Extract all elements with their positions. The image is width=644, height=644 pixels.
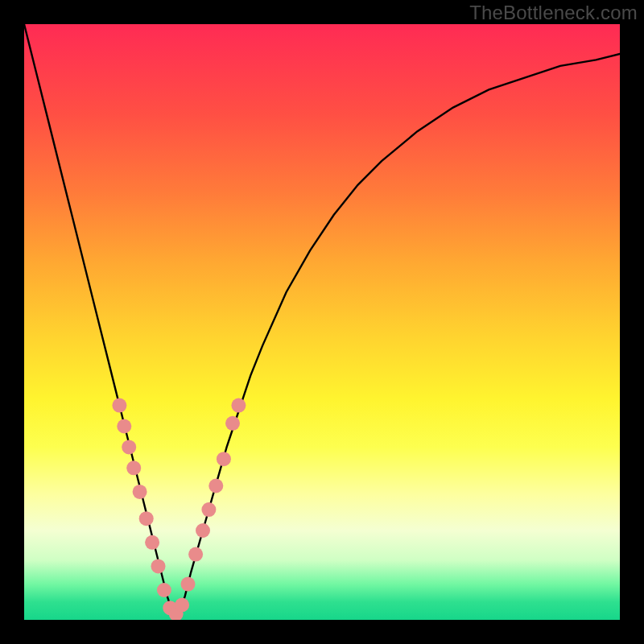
data-point	[139, 511, 154, 526]
marker-group	[112, 398, 246, 620]
data-point	[151, 559, 166, 573]
data-point	[117, 419, 131, 434]
data-point	[122, 440, 136, 454]
watermark-text: TheBottleneck.com	[469, 2, 638, 24]
data-point	[208, 479, 223, 493]
data-point	[126, 460, 141, 475]
data-point	[225, 416, 240, 431]
data-point	[157, 583, 171, 597]
data-point	[188, 547, 203, 562]
data-point	[133, 485, 147, 499]
data-point	[231, 398, 246, 413]
chart-overlay	[24, 24, 620, 620]
plot-area	[24, 24, 620, 620]
chart-frame: TheBottleneck.com	[0, 0, 644, 644]
data-point	[201, 502, 216, 517]
data-point	[196, 523, 210, 538]
bottleneck-curve	[24, 24, 620, 614]
data-point	[175, 598, 189, 613]
data-point	[145, 535, 159, 550]
data-point	[112, 398, 126, 413]
data-point	[181, 577, 196, 592]
data-point	[217, 452, 231, 466]
